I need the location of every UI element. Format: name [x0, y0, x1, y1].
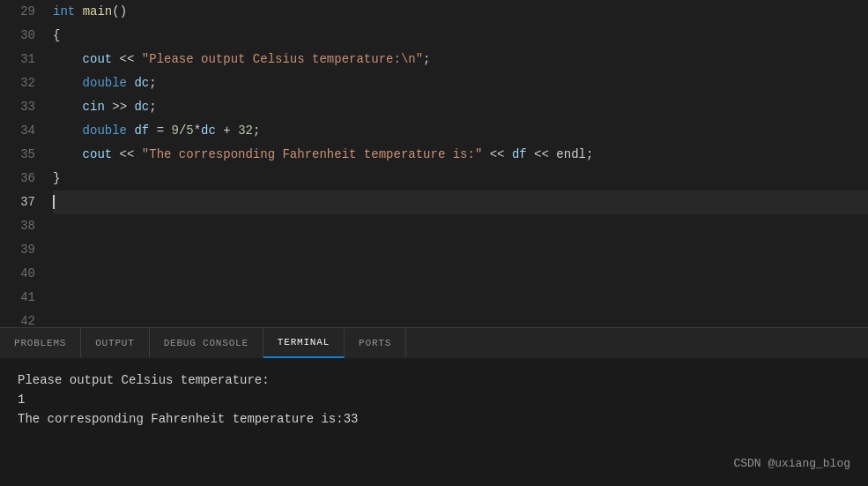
- code-line-39: [53, 238, 868, 262]
- code-line-33: cin >> dc;: [53, 95, 868, 119]
- code-line-30: {: [53, 24, 868, 48]
- code-line-35: cout << "The corresponding Fahrenheit te…: [53, 143, 868, 167]
- terminal-footer-text: CSDN @uxiang_blog: [733, 454, 850, 474]
- line-number-41: 41: [9, 286, 35, 310]
- code-line-40: [53, 262, 868, 286]
- editor-area: 29 30 31 32 33 34 35 36 37 38 39 40 41 4…: [0, 0, 868, 327]
- code-line-36: }: [53, 167, 868, 191]
- line-number-30: 30: [9, 24, 35, 48]
- code-lines[interactable]: int main() { cout << "Please output Cels…: [44, 0, 868, 327]
- line-number-40: 40: [9, 262, 35, 286]
- tab-output-label: OUTPUT: [95, 338, 134, 348]
- line-number-35: 35: [9, 143, 35, 167]
- line-number-32: 32: [9, 71, 35, 95]
- line-number-39: 39: [9, 238, 35, 262]
- code-line-34: double df = 9/5*dc + 32;: [53, 119, 868, 143]
- line-number-42: 42: [9, 310, 35, 327]
- code-line-37: [53, 191, 868, 214]
- code-line-29: int main(): [53, 0, 868, 24]
- line-number-38: 38: [9, 214, 35, 238]
- tab-debug-console[interactable]: DEBUG CONSOLE: [150, 328, 263, 358]
- tab-ports-label: PORTS: [359, 338, 391, 348]
- terminal-footer: CSDN @uxiang_blog: [18, 454, 850, 474]
- terminal-line-3: The corresponding Fahrenheit temperature…: [18, 409, 850, 429]
- line-number-34: 34: [9, 119, 35, 143]
- tab-debug-console-label: DEBUG CONSOLE: [164, 338, 249, 348]
- line-number-31: 31: [9, 48, 35, 71]
- line-number-36: 36: [9, 167, 35, 191]
- tab-problems-label: PROBLEMS: [14, 338, 66, 348]
- line-number-29: 29: [9, 0, 35, 24]
- line-number-37: 37: [9, 191, 35, 214]
- code-line-42: [53, 310, 868, 327]
- terminal-content: Please output Celsius temperature: 1 The…: [18, 370, 850, 454]
- panel-tab-bar: PROBLEMS OUTPUT DEBUG CONSOLE TERMINAL P…: [0, 327, 868, 358]
- terminal-area[interactable]: Please output Celsius temperature: 1 The…: [0, 358, 868, 486]
- terminal-line-2: 1: [18, 390, 850, 409]
- tab-output[interactable]: OUTPUT: [81, 328, 149, 358]
- tab-ports[interactable]: PORTS: [345, 328, 406, 358]
- tab-terminal-label: TERMINAL: [278, 337, 330, 348]
- code-line-41: [53, 286, 868, 310]
- code-line-31: cout << "Please output Celsius temperatu…: [53, 48, 868, 71]
- tab-terminal[interactable]: TERMINAL: [263, 328, 345, 358]
- line-number-33: 33: [9, 95, 35, 119]
- code-line-38: [53, 214, 868, 238]
- code-line-32: double dc;: [53, 71, 868, 95]
- terminal-line-1: Please output Celsius temperature:: [18, 370, 850, 390]
- code-container: 29 30 31 32 33 34 35 36 37 38 39 40 41 4…: [0, 0, 868, 327]
- tab-problems[interactable]: PROBLEMS: [0, 328, 81, 358]
- line-numbers: 29 30 31 32 33 34 35 36 37 38 39 40 41 4…: [0, 0, 44, 327]
